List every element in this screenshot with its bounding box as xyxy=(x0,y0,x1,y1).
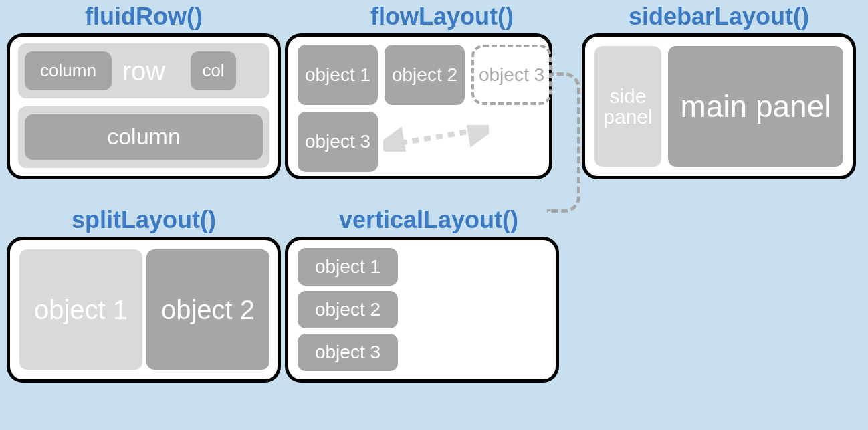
fluidrow-diagram: fluidRow() row column col column xyxy=(7,3,281,179)
flowlayout-obj3: object 3 xyxy=(298,112,378,172)
fluidrow-col2: col xyxy=(191,51,236,90)
fluidrow-title: fluidRow() xyxy=(7,3,281,31)
verticallayout-obj3: object 3 xyxy=(298,334,398,371)
fluidrow-col3: column xyxy=(25,114,263,160)
svg-line-0 xyxy=(389,129,483,145)
splitlayout-obj1: object 1 xyxy=(19,249,142,370)
verticallayout-diagram: verticalLayout() object 1 object 2 objec… xyxy=(285,206,572,383)
flowlayout-obj2: object 2 xyxy=(385,45,465,105)
splitlayout-obj2: object 2 xyxy=(146,249,269,370)
verticallayout-obj2: object 2 xyxy=(298,291,398,328)
flowlayout-card: object 1 object 2 object 3 object 3 xyxy=(285,33,552,179)
fluidrow-card: row column col column xyxy=(7,33,281,179)
flowlayout-obj1: object 1 xyxy=(298,45,378,105)
splitlayout-title: splitLayout() xyxy=(7,206,281,234)
row-label: row xyxy=(122,56,165,86)
flowlayout-obj3-ghost: object 3 xyxy=(471,45,552,105)
sidebarlayout-main-panel: main panel xyxy=(668,46,843,167)
verticallayout-obj1: object 1 xyxy=(298,248,398,286)
verticallayout-title: verticalLayout() xyxy=(285,206,572,234)
splitlayout-card: object 1 object 2 xyxy=(7,237,281,383)
flowlayout-title: flowLayout() xyxy=(312,3,572,31)
flowlayout-diagram: flowLayout() object 1 object 2 object 3 … xyxy=(285,3,572,179)
fluidrow-col1: column xyxy=(25,51,112,90)
sidebarlayout-diagram: sidebarLayout() side panel main panel xyxy=(582,3,856,179)
sidebarlayout-card: side panel main panel xyxy=(582,33,856,179)
sidebarlayout-side-panel: side panel xyxy=(594,46,661,167)
sidebarlayout-title: sidebarLayout() xyxy=(582,3,856,31)
flowlayout-arrow-icon xyxy=(383,125,489,152)
splitlayout-diagram: splitLayout() object 1 object 2 xyxy=(7,206,281,383)
verticallayout-card: object 1 object 2 object 3 xyxy=(285,237,559,383)
